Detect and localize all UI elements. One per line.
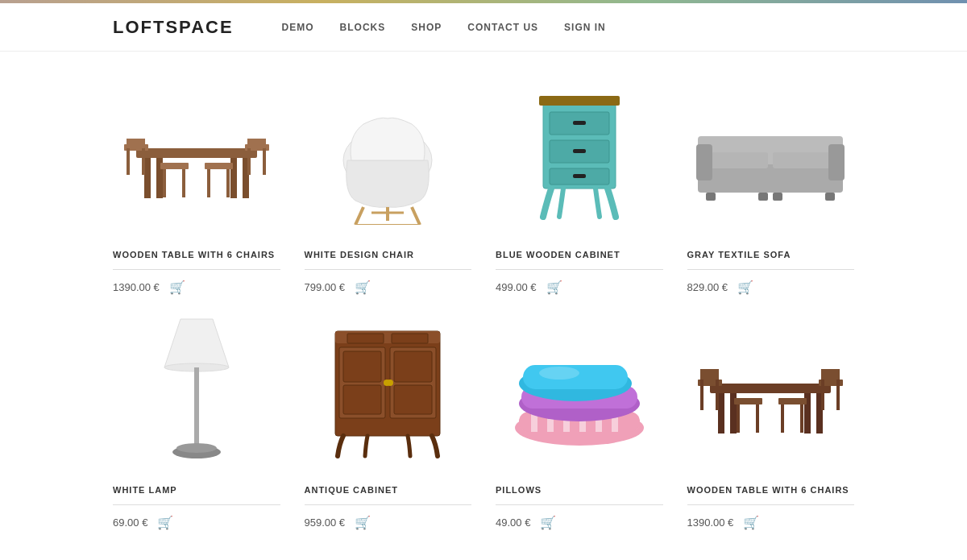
product-name: GRAY TEXTILE SOFA: [687, 250, 855, 259]
svg-rect-98: [800, 404, 803, 433]
product-image: [113, 311, 280, 472]
product-name: WHITE DESIGN CHAIR: [305, 250, 472, 259]
product-card: WOODEN TABLE WITH 6 CHAIRS 1390.00 € 🛒: [687, 311, 855, 530]
svg-rect-82: [700, 386, 703, 410]
product-divider: [113, 504, 280, 505]
svg-rect-10: [127, 139, 145, 148]
product-footer: 49.00 € 🛒: [496, 515, 663, 530]
svg-rect-95: [756, 404, 759, 433]
product-card: GRAY TEXTILE SOFA 829.00 € 🛒: [687, 76, 855, 295]
svg-rect-42: [828, 144, 845, 180]
svg-rect-56: [343, 385, 381, 414]
product-name: WOODEN TABLE WITH 6 CHAIRS: [687, 485, 855, 495]
add-to-cart-button[interactable]: 🛒: [540, 515, 556, 530]
svg-rect-1: [144, 158, 151, 198]
svg-rect-57: [394, 351, 432, 382]
product-price: 69.00 €: [113, 516, 147, 529]
svg-rect-55: [343, 351, 381, 382]
product-image: [305, 76, 472, 237]
svg-rect-16: [247, 139, 266, 148]
product-footer: 829.00 € 🛒: [687, 280, 855, 295]
svg-rect-74: [523, 365, 628, 389]
product-name: PILLOWS: [496, 485, 663, 495]
svg-rect-58: [394, 385, 432, 414]
svg-rect-41: [696, 144, 712, 180]
product-image: [496, 311, 663, 472]
svg-line-25: [412, 207, 420, 225]
product-card: ANTIQUE CABINET 959.00 € 🛒: [305, 311, 472, 530]
product-name: ANTIQUE CABINET: [305, 485, 472, 495]
product-card: PILLOWS 49.00 € 🛒: [496, 311, 663, 530]
nav-signin[interactable]: SIGN IN: [564, 22, 606, 33]
product-image: [687, 311, 855, 472]
site-logo[interactable]: LOFTSPACE: [113, 17, 234, 38]
product-divider: [305, 269, 472, 270]
svg-rect-21: [207, 169, 210, 197]
svg-rect-89: [836, 386, 840, 410]
svg-rect-35: [573, 149, 586, 153]
site-header: LOFTSPACE DEMO BLOCKS SHOP CONTACT US SI…: [0, 3, 967, 52]
svg-line-24: [355, 207, 363, 225]
product-card: WOODEN TABLE WITH 6 CHAIRS 1390.00 € 🛒: [113, 76, 280, 295]
product-footer: 799.00 € 🛒: [305, 280, 472, 295]
svg-rect-18: [163, 169, 166, 197]
product-name: WHITE LAMP: [113, 485, 280, 495]
add-to-cart-button[interactable]: 🛒: [157, 515, 173, 530]
svg-rect-88: [821, 386, 824, 410]
product-divider: [113, 269, 280, 270]
svg-rect-17: [160, 163, 189, 169]
svg-rect-97: [781, 404, 784, 433]
nav-contact[interactable]: CONTACT US: [467, 22, 538, 33]
svg-rect-77: [718, 393, 724, 433]
nav-blocks[interactable]: BLOCKS: [340, 22, 386, 33]
product-card: WHITE DESIGN CHAIR 799.00 € 🛒: [305, 76, 472, 295]
product-footer: 1390.00 € 🛒: [687, 515, 855, 530]
svg-rect-83: [716, 386, 719, 410]
svg-rect-48: [194, 367, 199, 448]
product-price: 959.00 €: [305, 516, 346, 529]
add-to-cart-button[interactable]: 🛒: [169, 280, 185, 295]
add-to-cart-button[interactable]: 🛒: [737, 280, 753, 295]
svg-rect-62: [392, 334, 428, 343]
svg-point-50: [176, 443, 217, 453]
product-image: [496, 76, 663, 237]
main-nav: DEMO BLOCKS SHOP CONTACT US SIGN IN: [282, 22, 606, 33]
product-divider: [305, 504, 472, 505]
svg-rect-76: [710, 384, 831, 393]
svg-rect-61: [347, 334, 384, 343]
product-card: WHITE LAMP 69.00 € 🛒: [113, 311, 280, 530]
product-footer: 69.00 € 🛒: [113, 515, 280, 530]
nav-demo[interactable]: DEMO: [282, 22, 314, 33]
product-image: [305, 311, 472, 472]
product-footer: 959.00 € 🛒: [305, 515, 472, 530]
product-footer: 499.00 € 🛒: [496, 280, 663, 295]
product-divider: [687, 269, 855, 270]
add-to-cart-button[interactable]: 🛒: [546, 280, 562, 295]
nav-shop[interactable]: SHOP: [411, 22, 442, 33]
svg-rect-34: [573, 121, 586, 125]
svg-rect-45: [758, 193, 768, 201]
svg-rect-94: [737, 404, 740, 433]
svg-rect-22: [226, 169, 230, 197]
svg-rect-0: [136, 148, 257, 158]
product-price: 799.00 €: [305, 281, 346, 293]
product-price: 49.00 €: [496, 516, 530, 529]
product-card: BLUE WOODEN CABINET 499.00 € 🛒: [496, 76, 663, 295]
product-grid: WOODEN TABLE WITH 6 CHAIRS 1390.00 € 🛒: [113, 76, 854, 530]
add-to-cart-button[interactable]: 🛒: [743, 515, 759, 530]
svg-rect-20: [205, 163, 233, 169]
product-price: 499.00 €: [496, 281, 537, 293]
product-image: [113, 76, 280, 237]
svg-rect-96: [778, 398, 807, 404]
product-name: BLUE WOODEN CABINET: [496, 250, 663, 259]
svg-rect-36: [573, 174, 586, 178]
svg-rect-43: [706, 193, 716, 201]
svg-rect-44: [825, 193, 835, 201]
add-to-cart-button[interactable]: 🛒: [355, 280, 371, 295]
product-footer: 1390.00 € 🛒: [113, 280, 280, 295]
add-to-cart-button[interactable]: 🛒: [355, 515, 371, 530]
product-divider: [496, 504, 663, 505]
svg-rect-86: [700, 369, 719, 380]
svg-rect-19: [182, 169, 185, 197]
svg-rect-92: [821, 369, 840, 380]
